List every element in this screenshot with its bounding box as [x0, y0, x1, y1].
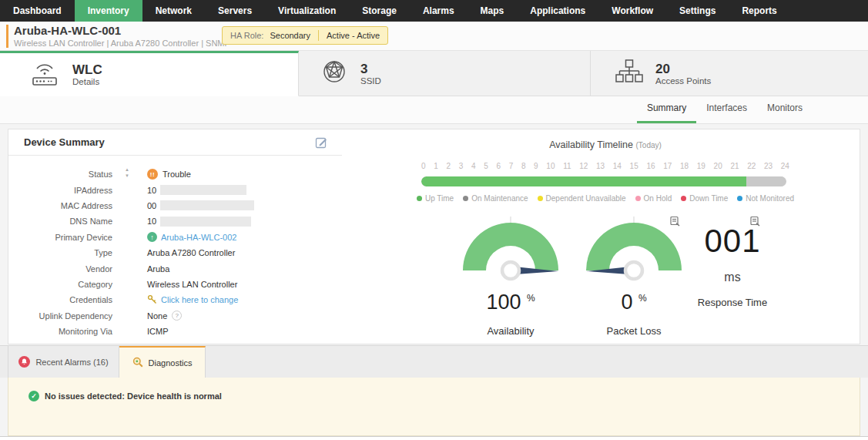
scroll-up-icon[interactable]: ▲ — [122, 166, 132, 173]
card-ssid[interactable]: 3 SSID — [299, 51, 591, 96]
ha-role-label: HA Role: — [230, 31, 263, 40]
timeline-tick: 9 — [534, 162, 538, 170]
scroll-down-icon[interactable]: ▼ — [122, 173, 132, 179]
timeline-tick: 20 — [714, 162, 722, 170]
alarm-bell-icon — [18, 356, 30, 368]
timeline-tick: 8 — [521, 162, 526, 170]
accent-bar — [6, 25, 8, 48]
help-icon[interactable]: ? — [172, 311, 182, 321]
field-credentials-label: Credentials — [8, 295, 112, 304]
report-icon[interactable] — [749, 216, 760, 230]
legend-on-hold: On Hold — [635, 194, 672, 203]
ha-badge-divider — [318, 30, 319, 41]
device-summary-fields: Status !! Trouble IPAddress 10 MAC Addre… — [8, 166, 342, 339]
up-arrow-icon: ↑ — [147, 232, 157, 242]
field-type: Type Aruba A7280 Controller — [8, 245, 342, 260]
card-ssid-label: SSID — [360, 76, 381, 86]
field-vendor-label: Vendor — [8, 264, 112, 274]
timeline-up-fill — [421, 176, 746, 186]
timeline-tick: 12 — [579, 162, 588, 170]
timeline-bar[interactable] — [421, 176, 786, 186]
timeline-title-text: Availability Timeline — [549, 139, 633, 150]
timeline-tick: 5 — [484, 162, 488, 170]
field-uplink-dependency: Uplink Dependency None ? — [8, 308, 342, 324]
legend-label: Dependent Unavailable — [546, 194, 626, 203]
field-type-label: Type — [8, 248, 112, 257]
timeline-title: Availability Timeline (Today) — [421, 139, 790, 150]
field-monitoring-via: Monitoring Via ICMP — [8, 324, 342, 339]
card-ap-label: Access Points — [655, 76, 711, 86]
timeline-tick: 10 — [546, 162, 555, 170]
timeline-tick: 18 — [680, 162, 689, 170]
device-summary-header: Device Summary — [8, 129, 342, 156]
timeline-tick: 6 — [496, 162, 501, 170]
field-ipaddress-value: 10 — [147, 186, 156, 195]
nav-reports[interactable]: Reports — [729, 0, 789, 22]
device-subtitle: Wireless LAN Controller | Aruba A7280 Co… — [14, 39, 230, 48]
tab-diagnostics[interactable]: Diagnostics — [119, 346, 206, 378]
bottom-strip — [0, 436, 868, 440]
nav-settings[interactable]: Settings — [666, 0, 729, 22]
bottom-tab-row: Recent Alarms (16) Diagnostics — [0, 345, 868, 378]
nav-workflow[interactable]: Workflow — [598, 0, 666, 22]
timeline-tick: 13 — [596, 162, 605, 170]
card-wlc-title: WLC — [72, 62, 102, 77]
card-wlc-sublabel: Details — [72, 77, 102, 86]
nav-dashboard[interactable]: Dashboard — [0, 0, 75, 22]
legend-up-time: Up Time — [417, 194, 454, 203]
nav-storage[interactable]: Storage — [349, 0, 410, 22]
nav-maps[interactable]: Maps — [468, 0, 518, 22]
field-status: Status !! Trouble — [8, 166, 342, 182]
globe-icon — [320, 58, 348, 89]
timeline-tick: 1 — [434, 162, 438, 170]
nav-applications[interactable]: Applications — [517, 0, 598, 22]
field-vendor-value: Aruba — [147, 264, 169, 274]
availability-unit: % — [527, 293, 535, 304]
tab-monitors[interactable]: Monitors — [757, 102, 813, 123]
credentials-change-link[interactable]: Click here to change — [161, 295, 238, 304]
card-access-points[interactable]: 20 Access Points — [591, 51, 868, 96]
field-type-value: Aruba A7280 Controller — [147, 248, 235, 257]
topology-icon — [615, 59, 643, 88]
availability-label: Availability — [450, 325, 571, 337]
redacted-block — [160, 217, 251, 227]
field-status-label: Status — [8, 170, 112, 179]
timeline-tick: 15 — [630, 162, 638, 170]
legend-label: On Hold — [644, 194, 672, 203]
gauge-availability-svg — [458, 217, 563, 283]
field-category: Category Wireless LAN Controller — [8, 277, 342, 292]
timeline-tick: 0 — [421, 162, 426, 170]
nav-virtualization[interactable]: Virtualization — [265, 0, 349, 22]
device-name: Aruba-HA-WLC-001 — [14, 24, 121, 37]
primary-device-link[interactable]: Aruba-HA-WLC-002 — [161, 233, 236, 242]
diagnostics-panel: ✓ No issues detected: Device health is n… — [8, 378, 860, 436]
redacted-block — [160, 200, 254, 210]
field-vendor: Vendor Aruba — [8, 260, 342, 276]
timeline-tick: 4 — [471, 162, 476, 170]
field-primary-label: Primary Device — [8, 233, 112, 242]
legend-dot — [538, 196, 543, 201]
nav-servers[interactable]: Servers — [205, 0, 265, 22]
field-dns-value: 10 — [147, 217, 156, 226]
device-summary-scrollbar[interactable]: ▲ ▼ — [122, 166, 132, 338]
tab-summary[interactable]: Summary — [637, 102, 696, 123]
nav-alarms[interactable]: Alarms — [410, 0, 468, 22]
tab-recent-alarms[interactable]: Recent Alarms (16) — [8, 346, 119, 378]
timeline-tick: 22 — [747, 162, 756, 170]
report-icon[interactable] — [669, 216, 680, 230]
app-window: Dashboard Inventory Network Servers Virt… — [0, 0, 868, 440]
nav-network[interactable]: Network — [142, 0, 205, 22]
field-category-value: Wireless LAN Controller — [147, 280, 237, 289]
field-primary-device: Primary Device ↑ Aruba-HA-WLC-002 — [8, 230, 342, 245]
legend-dot — [417, 196, 422, 201]
timeline-tick: 3 — [459, 162, 464, 170]
timeline-tick: 2 — [446, 162, 451, 170]
tab-interfaces[interactable]: Interfaces — [696, 102, 757, 123]
response-time-value: 001 — [675, 223, 790, 260]
nav-inventory[interactable]: Inventory — [75, 0, 142, 22]
field-uplink-value: None — [147, 311, 167, 321]
card-wlc-details[interactable]: WLC Details — [0, 51, 299, 96]
availability-gauge: 100 % Availability — [450, 217, 571, 337]
edit-icon[interactable] — [315, 136, 328, 152]
field-credentials: Credentials Click here to change — [8, 292, 342, 307]
